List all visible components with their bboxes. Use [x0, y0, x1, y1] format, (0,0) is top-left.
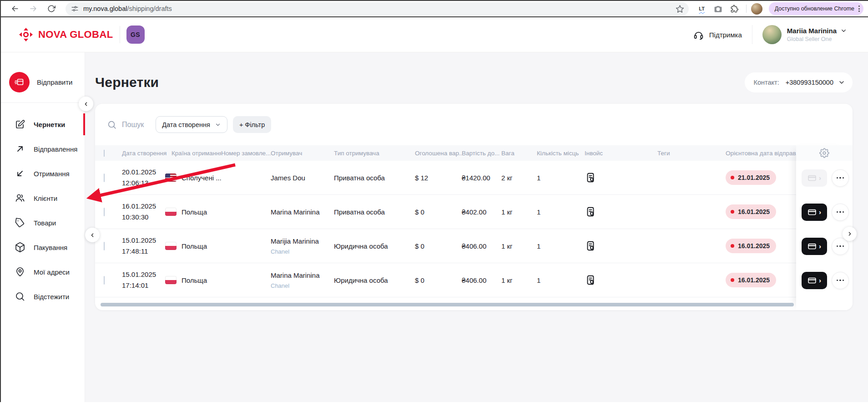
column-header[interactable]: Вартість до... — [462, 150, 501, 157]
estimated-date-cell: 16.01.2025 — [726, 239, 796, 253]
send-shipment-button[interactable]: Відправити — [1, 52, 85, 102]
nova-global-logo-icon — [19, 28, 33, 41]
column-header[interactable]: Оголошена вар... — [415, 150, 462, 157]
sidebar-collapse-button[interactable] — [79, 97, 93, 111]
browser-back-icon[interactable] — [7, 2, 23, 15]
sidebar-item-clients[interactable]: Клієнти — [1, 186, 85, 210]
declared-value-cell: $ 0 — [415, 208, 462, 216]
row-checkbox[interactable] — [104, 174, 122, 182]
address-bar[interactable]: my.nova.global/shipping/drafts — [66, 2, 689, 15]
pay-button[interactable]: › — [802, 169, 827, 187]
languagetool-extension-icon[interactable]: LT — [695, 2, 709, 15]
sidebar-item-label: Мої адреси — [34, 268, 70, 276]
table-row[interactable]: 16.01.202510:30:30 Польща Marina Marinin… — [95, 195, 796, 229]
table-scroll-right-button[interactable] — [843, 227, 857, 241]
created-date-cell: 15.01.202517:14:01 — [122, 269, 172, 291]
column-header[interactable]: Тип отримувача — [334, 150, 415, 157]
column-header[interactable]: Дата створення — [122, 150, 172, 157]
status-dot — [731, 278, 734, 282]
column-header[interactable]: Кількість місць — [537, 150, 585, 157]
estimated-date-cell: 16.01.2025 — [726, 204, 796, 219]
screenshot-extension-icon[interactable] — [712, 2, 725, 15]
sidebar-item-packaging[interactable]: Пакування — [1, 235, 85, 260]
invoice-attachment-icon[interactable] — [585, 274, 657, 286]
more-actions-button[interactable] — [832, 169, 849, 187]
site-settings-icon[interactable] — [71, 5, 79, 13]
column-settings-button[interactable] — [796, 145, 853, 161]
send-label: Відправити — [37, 78, 73, 86]
invoice-attachment-icon[interactable] — [585, 206, 657, 218]
recipient-cell: Marijia Marinina Chanel — [271, 237, 334, 255]
brand-logo[interactable]: NOVA GLOBAL — [19, 28, 113, 41]
delivery-cost-cell: ₴406.00 — [462, 276, 501, 284]
column-header[interactable]: Номер замовле... — [221, 150, 271, 157]
chevron-down-icon — [215, 122, 221, 128]
horizontal-scrollbar[interactable] — [101, 303, 794, 306]
recipient-cell: Marina Marinina — [271, 208, 334, 216]
column-header[interactable]: Вага — [501, 150, 537, 157]
pay-button[interactable]: › — [802, 272, 827, 289]
browser-toolbar: my.nova.global/shipping/drafts LT Доступ… — [0, 0, 868, 17]
row-checkbox[interactable] — [104, 242, 122, 250]
column-header[interactable]: Теги — [657, 150, 726, 157]
table-row[interactable]: 20.01.202512:06:13 Сполучені ... James D… — [95, 161, 796, 195]
user-menu[interactable]: Mariia Marinina Global Seller One — [762, 25, 847, 44]
sidebar-item-receiving[interactable]: Отримання — [1, 161, 85, 186]
sidebar-item-label: Клієнти — [34, 194, 57, 202]
column-header[interactable]: Отримувач — [271, 150, 334, 157]
pay-button[interactable]: › — [802, 204, 827, 221]
sidebar-item-track[interactable]: Відстежити — [1, 284, 85, 309]
estimated-date-cell: 16.01.2025 — [726, 273, 796, 287]
column-header[interactable]: Інвойс — [585, 150, 657, 157]
table-scroll-left-button[interactable] — [85, 228, 100, 242]
browser-forward-icon — [25, 2, 41, 15]
column-header[interactable]: Орієнтовна дата відправлен — [726, 150, 796, 157]
declared-value-cell: $ 0 — [415, 242, 462, 250]
sidebar-item-drafts[interactable]: Чернетки — [1, 112, 85, 137]
add-filter-button[interactable]: + Фільтр — [233, 116, 271, 133]
recipient-type-cell: Юридична особа — [334, 276, 415, 284]
sidebar-item-label: Відстежити — [34, 293, 69, 301]
browser-profile-avatar[interactable] — [751, 3, 762, 15]
browser-menu-icon[interactable] — [858, 5, 860, 12]
contact-selector[interactable]: Контакт: +380993150000 — [745, 72, 853, 92]
headphones-icon — [693, 29, 704, 41]
row-checkbox[interactable] — [104, 276, 122, 284]
gear-icon — [819, 148, 829, 158]
sidebar-item-products[interactable]: Товари — [1, 210, 85, 235]
sidebar-item-label: Товари — [34, 219, 56, 227]
location-pin-icon — [15, 266, 25, 277]
estimated-date-cell: 21.01.2025 — [726, 170, 796, 185]
invoice-attachment-icon[interactable] — [585, 240, 657, 252]
support-button[interactable]: Підтримка — [693, 29, 742, 41]
more-actions-button[interactable] — [832, 272, 849, 289]
pieces-count-cell: 1 — [537, 174, 585, 182]
table-row[interactable]: 15.01.202517:48:11 Польща Marijia Marini… — [95, 229, 796, 263]
sidebar-item-addresses[interactable]: Мої адреси — [1, 260, 85, 284]
arrow-down-left-icon — [15, 168, 25, 179]
credit-card-icon — [807, 276, 817, 285]
date-filter-dropdown[interactable]: Дата створення — [156, 116, 227, 133]
table-row[interactable]: 15.01.202517:14:01 Польща Marina Marinin… — [95, 263, 796, 297]
select-all-checkbox[interactable] — [104, 150, 122, 157]
more-actions-button[interactable] — [832, 204, 849, 221]
main-content: Чернетки Контакт: +380993150000 Пошук Да… — [85, 52, 868, 402]
status-dot — [731, 210, 734, 214]
recipient-sub-link[interactable]: Chanel — [271, 282, 334, 289]
weight-cell: 1 кг — [501, 208, 537, 216]
pay-button[interactable]: › — [802, 238, 827, 255]
sidebar-item-shipments[interactable]: Відправлення — [1, 137, 85, 161]
extensions-puzzle-icon[interactable] — [728, 2, 742, 15]
browser-reload-icon[interactable] — [44, 2, 59, 15]
column-header[interactable]: Країна отримання — [172, 150, 221, 157]
invoice-attachment-icon[interactable] — [585, 172, 657, 184]
bookmark-star-icon[interactable] — [676, 5, 684, 13]
row-checkbox[interactable] — [104, 208, 122, 216]
recipient-sub-link[interactable]: Chanel — [271, 248, 334, 255]
chrome-update-pill[interactable]: Доступно обновление Chrome — [769, 2, 863, 15]
search-input[interactable]: Пошук — [107, 120, 144, 130]
workspace-badge[interactable]: GS — [126, 26, 145, 44]
search-placeholder: Пошук — [122, 121, 144, 129]
declared-value-cell: $ 12 — [415, 174, 462, 182]
search-icon — [107, 120, 117, 130]
